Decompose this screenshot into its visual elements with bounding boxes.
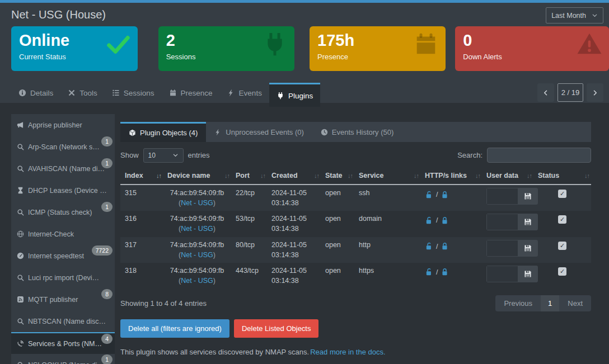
tab-plugins[interactable]: Plugins	[269, 83, 320, 107]
docs-link[interactable]: Read more in the docs.	[310, 348, 385, 356]
sidebar-item-arp-scan-network-s[interactable]: Arp-Scan (Network s…1	[11, 136, 115, 158]
sidebar-item-nslookup-name-di[interactable]: NSLOOKUP (Name di…1	[11, 354, 115, 364]
save-button[interactable]	[518, 266, 538, 282]
search-icon	[17, 274, 24, 281]
next-page-button[interactable]: Next	[559, 295, 591, 311]
user-data-input[interactable]	[486, 240, 518, 257]
sort-icon[interactable]: ↓↑	[224, 172, 229, 179]
column-header-state[interactable]: State↓↑	[321, 169, 354, 185]
warning-icon	[577, 31, 602, 57]
sort-icon[interactable]: ↓↑	[156, 172, 161, 179]
lock-icon[interactable]	[441, 242, 449, 250]
sort-icon[interactable]: ↓↑	[475, 172, 480, 179]
save-button[interactable]	[518, 240, 538, 257]
period-select[interactable]: Last Month	[546, 7, 603, 23]
plugin-tab-plugin-objects-4[interactable]: Plugin Objects (4)	[120, 122, 206, 142]
globe-icon	[17, 230, 24, 238]
cell-service: domain	[354, 211, 420, 237]
unlock-icon[interactable]	[425, 268, 433, 276]
column-header-status[interactable]: Status↓↑	[533, 169, 591, 185]
chevron-down-icon	[172, 152, 179, 158]
cell-index: 318	[120, 263, 163, 289]
plugin-tab-events-history-50[interactable]: Events History (50)	[312, 122, 402, 142]
cell-port: 443/tcp	[231, 263, 267, 289]
plug-icon	[262, 31, 288, 57]
cell-http-links: /	[420, 237, 482, 263]
column-header-device-name[interactable]: Device name↓↑	[163, 169, 231, 185]
status-checkbox[interactable]: ✓	[558, 215, 566, 224]
tab-sessions[interactable]: Sessions	[105, 83, 162, 103]
column-header-http-s-links[interactable]: HTTP/s links↓↑	[420, 169, 482, 185]
device-pager: 2 / 19	[537, 83, 603, 102]
sidebar-item-nbtscan-name-disc[interactable]: NBTSCAN (Name disc…	[11, 310, 115, 332]
delete-listed-button[interactable]: Delete Listed Objects	[234, 319, 319, 338]
tab-tools[interactable]: Tools	[60, 83, 105, 103]
column-header-user-data[interactable]: User data↓↑	[482, 169, 533, 185]
column-header-service[interactable]: Service↓↑	[354, 169, 420, 185]
sort-icon[interactable]: ↓↑	[260, 172, 265, 179]
sidebar-item-mqtt-publisher[interactable]: MQTT publisher8	[11, 289, 115, 310]
sidebar-item-internet-speedtest[interactable]: Internet speedtest7722	[11, 245, 115, 267]
sidebar-item-apprise-publisher[interactable]: Apprise publisher	[11, 114, 115, 136]
column-header-index[interactable]: Index↓↑	[120, 169, 163, 185]
tab-details[interactable]: Details	[11, 83, 60, 103]
unlock-icon[interactable]	[425, 242, 433, 250]
lock-icon[interactable]	[441, 268, 449, 276]
next-device-button[interactable]	[587, 83, 603, 102]
tab-presence[interactable]: Presence	[162, 83, 220, 103]
table-header: Index↓↑Device name↓↑Port↓↑Created↓↑State…	[120, 169, 591, 185]
sort-icon[interactable]: ↓↑	[314, 172, 319, 179]
sort-icon[interactable]: ↓↑	[348, 172, 353, 179]
status-checkbox[interactable]: ✓	[558, 267, 566, 276]
sidebar-item-label: Services & Ports (NM…	[28, 340, 102, 348]
sidebar-item-label: Luci rpc import (Devi…	[28, 274, 99, 282]
sidebar-item-dhcp-leases-device[interactable]: DHCP Leases (Device …	[11, 179, 115, 201]
sidebar-item-label: Internet-Check	[28, 230, 74, 238]
sort-icon[interactable]: ↓↑	[584, 172, 589, 179]
entries-select[interactable]: 10	[143, 148, 184, 163]
sidebar-item-avahiscan-name-di[interactable]: AVAHISCAN (Name di…1	[11, 158, 115, 179]
sort-icon[interactable]: ↓↑	[414, 172, 419, 179]
column-header-created[interactable]: Created↓↑	[267, 169, 321, 185]
page-1-button[interactable]: 1	[541, 295, 559, 311]
tab-label: Presence	[181, 89, 213, 97]
device-pager-position: 2 / 19	[558, 83, 583, 102]
previous-page-button[interactable]: Previous	[495, 295, 541, 311]
user-data-input[interactable]	[486, 188, 518, 205]
count-badge: 8	[101, 289, 113, 299]
cell-user-data	[482, 211, 533, 237]
sidebar-item-internet-check[interactable]: Internet-Check	[11, 223, 115, 245]
table-controls: Show 10 entries Search:	[120, 148, 591, 163]
lock-icon[interactable]	[441, 216, 449, 225]
user-data-input[interactable]	[486, 266, 518, 282]
sidebar-item-services-ports-nm[interactable]: Services & Ports (NM…4	[11, 332, 115, 354]
tab-events[interactable]: Events	[220, 83, 269, 103]
unlock-icon[interactable]	[425, 216, 433, 225]
device-link[interactable]: Net - USG	[181, 277, 213, 285]
user-data-input[interactable]	[486, 214, 518, 230]
lock-icon[interactable]	[441, 191, 449, 199]
column-header-port[interactable]: Port↓↑	[231, 169, 267, 185]
save-button[interactable]	[518, 214, 538, 230]
cell-status: ✓	[533, 263, 591, 289]
status-checkbox[interactable]: ✓	[558, 242, 566, 250]
cell-status: ✓	[533, 185, 591, 211]
sidebar-item-label: NSLOOKUP (Name di…	[28, 361, 104, 364]
plugin-tab-unprocessed-events-0[interactable]: Unprocessed Events (0)	[206, 122, 312, 142]
device-link[interactable]: Net - USG	[181, 251, 213, 259]
save-button[interactable]	[518, 188, 538, 205]
sort-icon[interactable]: ↓↑	[527, 172, 532, 179]
status-checkbox[interactable]: ✓	[558, 190, 566, 198]
prev-device-button[interactable]	[537, 83, 554, 102]
device-link[interactable]: Net - USG	[181, 199, 213, 207]
search-input[interactable]	[487, 148, 591, 163]
chevron-right-icon	[592, 89, 598, 96]
unlock-icon[interactable]	[425, 191, 433, 199]
device-link[interactable]: Net - USG	[181, 225, 213, 233]
delete-all-button[interactable]: Delete all (filters are ignored)	[120, 319, 229, 338]
titlebar: Net - USG (House) Last Month	[0, 3, 609, 26]
search-icon	[17, 143, 24, 150]
sidebar-item-luci-rpc-import-devi[interactable]: Luci rpc import (Devi…	[11, 267, 115, 289]
search-icon	[17, 318, 24, 325]
sidebar-item-icmp-status-check[interactable]: ICMP (Status check)1	[11, 201, 115, 223]
